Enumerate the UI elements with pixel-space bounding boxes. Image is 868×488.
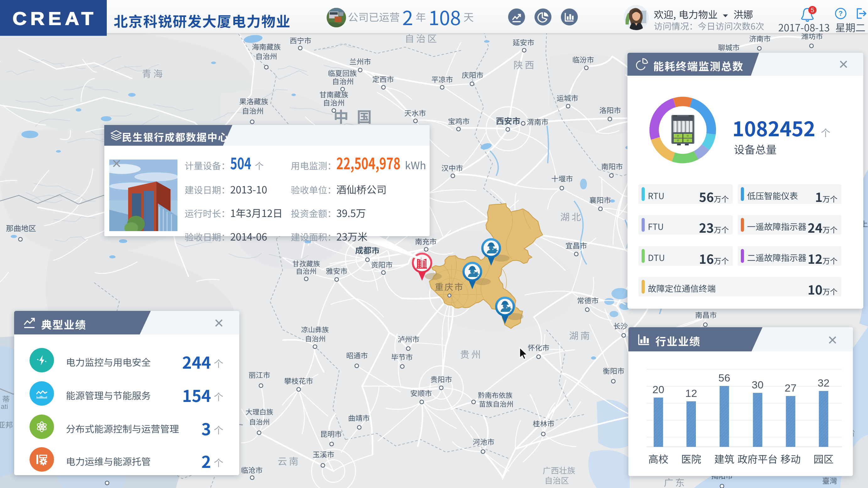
svg-text:医院: 医院 [681, 451, 701, 466]
svg-text:56: 56 [718, 372, 731, 384]
svg-text:政府平台: 政府平台 [737, 451, 778, 466]
svg-text:园区: 园区 [813, 451, 833, 466]
svg-text:30: 30 [752, 379, 764, 391]
svg-text:高校: 高校 [648, 451, 668, 466]
svg-text:移动: 移动 [780, 451, 801, 466]
svg-text:?: ? [838, 9, 843, 17]
svg-text:20: 20 [653, 384, 664, 395]
svg-text:5: 5 [810, 7, 814, 13]
svg-text:12: 12 [685, 387, 697, 399]
svg-text:32: 32 [818, 377, 830, 389]
svg-text:27: 27 [785, 382, 797, 394]
svg-text:建筑: 建筑 [714, 451, 734, 466]
